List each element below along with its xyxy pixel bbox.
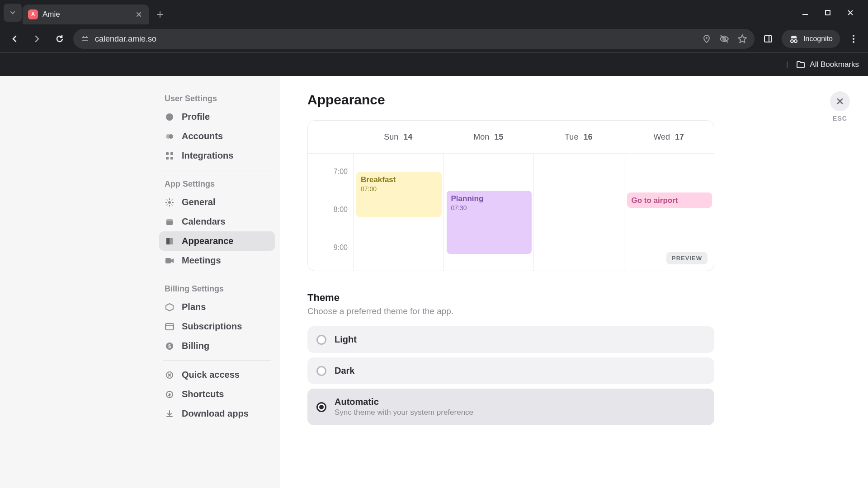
new-tab-button[interactable] — [152, 6, 168, 23]
sidebar-item-meetings[interactable]: Meetings — [159, 251, 275, 270]
window-controls — [800, 4, 864, 22]
svg-rect-15 — [170, 157, 173, 160]
theme-option-label: Light — [335, 334, 357, 345]
nav-reload-button[interactable] — [51, 30, 69, 48]
sidebar-item-label: Profile — [182, 112, 210, 122]
general-icon — [165, 197, 175, 207]
window-close-button[interactable] — [845, 8, 855, 18]
sidebar-item-integrations[interactable]: Integrations — [159, 146, 275, 165]
divider: | — [786, 60, 788, 69]
svg-point-9 — [166, 113, 173, 121]
close-area: ESC — [830, 91, 850, 122]
sidebar-item-billing[interactable]: $Billing — [159, 336, 275, 356]
incognito-chip[interactable]: Incognito — [782, 30, 840, 48]
theme-option-auto[interactable]: AutomaticSync theme with your system pre… — [307, 389, 714, 425]
window-minimize-button[interactable] — [800, 8, 810, 18]
all-bookmarks-label: All Bookmarks — [810, 60, 859, 69]
bookmarks-bar: | All Bookmarks — [0, 52, 868, 76]
sidebar-left-gutter — [0, 76, 154, 488]
preview-day-header: Tue 16 — [533, 132, 624, 142]
svg-point-11 — [169, 134, 173, 139]
preview-time-column: 7:008:009:00 — [308, 154, 353, 271]
sidebar-item-quick[interactable]: Quick access — [159, 365, 275, 385]
theme-option-label: Automatic — [335, 397, 473, 407]
address-bar[interactable]: calendar.amie.so — [73, 29, 755, 49]
svg-point-7 — [853, 38, 854, 40]
svg-rect-18 — [166, 219, 173, 221]
shortcuts-icon — [165, 389, 175, 399]
browser-tab[interactable]: A Amie — [23, 5, 149, 24]
calendars-icon — [165, 217, 175, 227]
amie-favicon-icon: A — [28, 9, 38, 19]
sidebar-item-label: Billing — [182, 341, 209, 351]
svg-rect-12 — [166, 152, 169, 155]
page-title: Appearance — [307, 92, 850, 108]
theme-options: LightDarkAutomaticSync theme with your s… — [307, 326, 714, 425]
preview-day-column: Planning07:30 — [443, 154, 534, 271]
theme-option-dark[interactable]: Dark — [307, 357, 714, 384]
svg-point-6 — [853, 35, 854, 37]
theme-option-label: Dark — [335, 366, 354, 376]
preview-time-label: 9:00 — [334, 244, 348, 252]
browser-menu-button[interactable] — [844, 30, 863, 48]
svg-text:$: $ — [168, 343, 171, 349]
sidebar-item-appearance[interactable]: Appearance — [159, 231, 275, 251]
sidebar-item-subscriptions[interactable]: Subscriptions — [159, 317, 275, 336]
divider — [163, 170, 271, 170]
sidebar-item-calendars[interactable]: Calendars — [159, 212, 275, 231]
sidebar-item-accounts[interactable]: Accounts — [159, 127, 275, 146]
tab-search-button[interactable] — [4, 4, 22, 22]
accounts-icon — [165, 131, 175, 141]
sidebar-item-label: Quick access — [182, 370, 240, 380]
location-icon[interactable] — [702, 34, 711, 43]
preview-time-label: 7:00 — [334, 168, 348, 176]
sidebar-item-label: General — [182, 197, 215, 207]
plans-icon — [165, 302, 175, 312]
sidebar-item-download[interactable]: Download apps — [159, 404, 275, 423]
svg-point-5 — [794, 40, 797, 42]
app: User SettingsProfileAccountsIntegrations… — [0, 76, 868, 488]
sidebar-item-plans[interactable]: Plans — [159, 297, 275, 317]
preview-badge: PREVIEW — [666, 252, 708, 264]
sidebar-item-profile[interactable]: Profile — [159, 107, 275, 127]
quick-icon — [165, 370, 175, 380]
nav-forward-button[interactable] — [28, 30, 46, 48]
nav-back-button[interactable] — [5, 30, 24, 48]
folder-icon — [796, 60, 805, 69]
all-bookmarks-button[interactable]: All Bookmarks — [796, 60, 859, 69]
sidebar-item-label: Appearance — [182, 236, 234, 246]
tab-close-button[interactable] — [134, 9, 144, 19]
sidebar-item-label: Plans — [182, 302, 206, 312]
browser-toolbar: calendar.amie.so Incognito — [0, 25, 868, 52]
incognito-label: Incognito — [803, 35, 833, 43]
divider — [163, 360, 271, 361]
site-info-icon[interactable] — [80, 34, 90, 43]
appearance-icon — [165, 236, 175, 246]
svg-rect-14 — [166, 157, 169, 160]
close-button[interactable] — [830, 91, 850, 111]
theme-option-sub: Sync theme with your system preference — [335, 408, 473, 417]
window-maximize-button[interactable] — [823, 8, 833, 18]
tab-strip: A Amie — [0, 0, 868, 25]
bookmark-star-icon[interactable] — [737, 34, 747, 44]
theme-option-light[interactable]: Light — [307, 326, 714, 353]
svg-rect-3 — [764, 36, 772, 42]
sidebar-item-label: Subscriptions — [182, 321, 242, 332]
eye-off-icon[interactable] — [719, 34, 729, 44]
sidebar-item-label: Meetings — [182, 255, 221, 266]
sidebar-section-label: User Settings — [159, 89, 275, 107]
incognito-icon — [789, 34, 799, 44]
main-content: ESC Appearance Sun 14Mon 15Tue 16Wed 17 … — [280, 76, 868, 488]
settings-sidebar: User SettingsProfileAccountsIntegrations… — [154, 76, 280, 488]
sidebar-item-general[interactable]: General — [159, 192, 275, 212]
side-panel-button[interactable] — [759, 30, 777, 48]
sidebar-item-label: Shortcuts — [182, 389, 224, 399]
sidebar-item-label: Accounts — [182, 131, 223, 141]
address-url: calendar.amie.so — [95, 34, 156, 44]
meetings-icon — [165, 256, 175, 266]
sidebar-item-label: Calendars — [182, 216, 226, 227]
radio-icon — [316, 402, 326, 412]
sidebar-item-shortcuts[interactable]: Shortcuts — [159, 385, 275, 404]
subscriptions-icon — [165, 322, 175, 332]
svg-point-16 — [168, 201, 171, 204]
